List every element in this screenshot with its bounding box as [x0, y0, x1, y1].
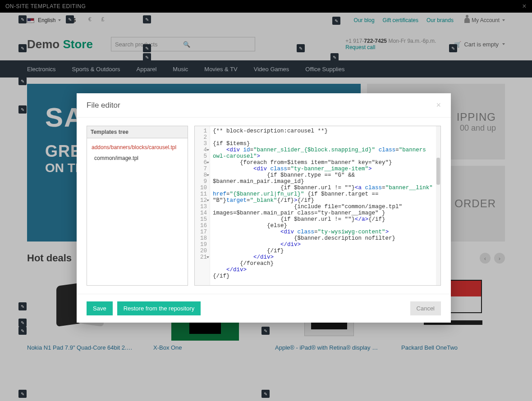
save-button[interactable]: Save [87, 301, 113, 315]
tree-item[interactable]: addons/banners/blocks/carousel.tpl [90, 142, 185, 153]
templates-tree: Templates tree addons/banners/blocks/car… [87, 126, 188, 286]
code-editor[interactable]: 123456789101112131415161718192021 {** bl… [194, 126, 441, 286]
tree-header: Templates tree [87, 126, 188, 138]
file-editor-dialog: File editor × Templates tree addons/bann… [77, 93, 451, 323]
restore-button[interactable]: Restore from the repository [117, 301, 201, 315]
cancel-button[interactable]: Cancel [410, 301, 441, 315]
dialog-title: File editor [87, 101, 120, 110]
close-icon[interactable]: × [436, 100, 441, 110]
scrollbar[interactable] [436, 126, 440, 285]
editor-gutter: 123456789101112131415161718192021 [195, 126, 210, 285]
editor-code[interactable]: {** block-description:carousel **} {if $… [210, 126, 440, 285]
tree-item[interactable]: common/image.tpl [90, 153, 185, 164]
